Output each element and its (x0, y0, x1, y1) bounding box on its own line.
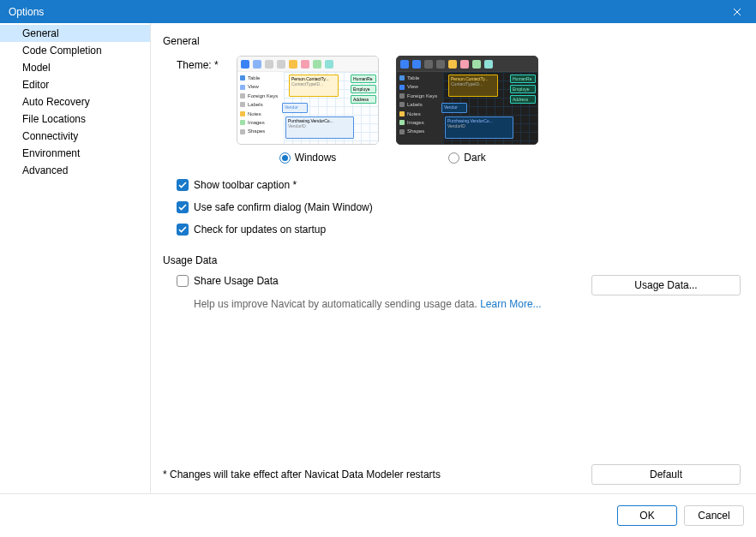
checkbox-check-updates[interactable] (177, 224, 189, 236)
cancel-button[interactable]: Cancel (684, 505, 744, 526)
sidebar-item-editor[interactable]: Editor (0, 76, 150, 93)
sidebar-item-advanced[interactable]: Advanced (0, 162, 150, 179)
checkbox-label: Use safe confirm dialog (Main Window) (194, 201, 373, 213)
theme-radio-dark[interactable] (448, 152, 459, 164)
sidebar-item-model[interactable]: Model (0, 59, 150, 76)
checkbox-safe-confirm[interactable] (177, 201, 189, 213)
sidebar-item-label: Editor (22, 79, 49, 91)
window-title: Options (9, 6, 44, 18)
learn-more-link[interactable]: Learn More... (480, 298, 541, 310)
usage-data-button[interactable]: Usage Data... (591, 275, 741, 295)
section-title-usage: Usage Data (163, 254, 741, 266)
restart-note: * Changes will take effect after Navicat… (163, 468, 441, 480)
sidebar-item-label: Code Completion (22, 45, 102, 57)
close-button[interactable] (717, 0, 756, 23)
sidebar-item-file-locations[interactable]: File Locations (0, 110, 150, 128)
check-icon (178, 204, 187, 211)
sidebar-item-label: Auto Recovery (22, 96, 90, 108)
theme-preview-dark: Table View Foreign Keys Labels Notes Ima… (396, 56, 538, 145)
button-label: Usage Data... (634, 279, 697, 291)
sidebar: General Code Completion Model Editor Aut… (0, 23, 151, 493)
theme-radio-label: Windows (295, 152, 337, 164)
sidebar-item-label: Connectivity (22, 130, 78, 142)
checkbox-toolbar-caption[interactable] (177, 179, 189, 191)
sidebar-item-label: General (22, 27, 59, 39)
checkbox-label: Show toolbar caption * (194, 179, 297, 191)
sidebar-item-general[interactable]: General (0, 25, 150, 42)
title-bar: Options (0, 0, 756, 23)
checkbox-label: Check for updates on startup (194, 224, 326, 236)
theme-option-dark[interactable]: Table View Foreign Keys Labels Notes Ima… (396, 56, 538, 164)
check-icon (178, 226, 187, 233)
check-icon (178, 182, 187, 188)
theme-radio-label: Dark (464, 152, 485, 164)
sidebar-item-auto-recovery[interactable]: Auto Recovery (0, 93, 150, 110)
theme-option-windows[interactable]: Table View Foreign Keys Labels Notes Ima… (237, 56, 379, 164)
content-pane: General Theme: * (151, 23, 756, 493)
sidebar-item-label: File Locations (22, 113, 86, 125)
sidebar-item-code-completion[interactable]: Code Completion (0, 42, 150, 59)
sidebar-item-environment[interactable]: Environment (0, 145, 150, 162)
sidebar-item-label: Model (22, 62, 51, 74)
theme-radio-windows[interactable] (279, 152, 291, 164)
button-label: Default (650, 468, 682, 480)
dialog-button-bar: OK Cancel (0, 494, 756, 536)
button-label: Cancel (698, 510, 729, 522)
ok-button[interactable]: OK (617, 505, 677, 526)
theme-label: Theme: * (177, 56, 237, 71)
sidebar-item-label: Advanced (22, 164, 68, 176)
default-button[interactable]: Default (591, 464, 741, 485)
close-icon (733, 8, 741, 16)
checkbox-share-usage[interactable] (177, 275, 189, 287)
section-title-general: General (163, 35, 741, 47)
theme-preview-windows: Table View Foreign Keys Labels Notes Ima… (237, 56, 379, 145)
button-label: OK (639, 510, 654, 522)
sidebar-item-connectivity[interactable]: Connectivity (0, 128, 150, 145)
checkbox-label: Share Usage Data (194, 275, 279, 287)
usage-hint: Help us improve Navicat by automatically… (194, 298, 741, 310)
sidebar-item-label: Environment (22, 147, 80, 159)
